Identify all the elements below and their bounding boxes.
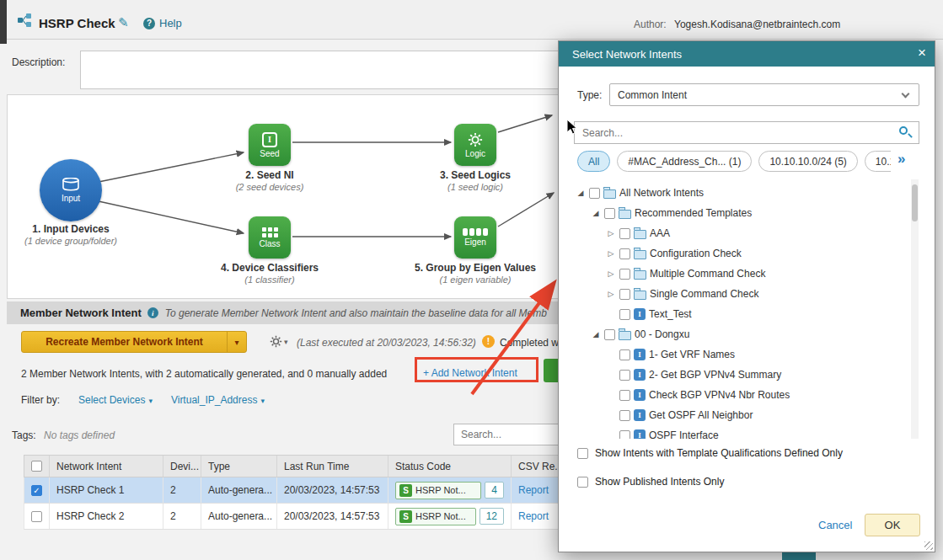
network-intents-tree: ◢ All Network Intents ◢ Recommended Temp… <box>571 179 924 439</box>
virtual-ip-address-dropdown[interactable]: Virtual_IP_Address▾ <box>171 394 265 406</box>
status-green-button-partial[interactable] <box>544 359 558 382</box>
tree-item-folder[interactable]: ◢ Recommended Templates <box>571 203 752 223</box>
cancel-button[interactable]: Cancel <box>818 519 852 531</box>
intent-icon: I <box>634 409 646 421</box>
tree-item-leaf[interactable]: I Check BGP VPNv4 Nbr Routes <box>571 385 790 405</box>
recreate-member-network-intent-button[interactable]: Recreate Member Network Intent ▾ <box>21 331 247 353</box>
col-devices[interactable]: Devi... <box>163 456 201 477</box>
info-icon[interactable]: i <box>147 307 158 318</box>
tree-item-folder[interactable]: ◢ All Network Intents <box>571 183 704 203</box>
expander-icon[interactable]: ◢ <box>576 189 586 197</box>
seed-logics-node[interactable]: Logic <box>454 124 496 166</box>
intent-type-select[interactable]: Common Intent <box>609 83 919 106</box>
select-devices-dropdown[interactable]: Select Devices▾ <box>78 394 153 406</box>
add-network-intent-link[interactable]: + Add Network Intent <box>423 367 517 379</box>
device-classifiers-node[interactable]: Class <box>249 216 291 259</box>
intent-icon: I <box>634 369 646 381</box>
tree-checkbox[interactable] <box>619 430 630 440</box>
pill-truncated[interactable]: 10.1 <box>865 151 891 172</box>
pill-mac-address[interactable]: #MAC_Address_Ch... (1) <box>617 151 752 172</box>
expander-icon[interactable]: ▷ <box>606 249 616 258</box>
tree-checkbox[interactable] <box>619 370 630 381</box>
tree-item-leaf[interactable]: I Get OSPF All Neighbor <box>571 405 753 425</box>
left-edge-scrollbar-strip[interactable] <box>0 0 7 44</box>
col-type[interactable]: Type <box>201 456 277 477</box>
tree-item-leaf[interactable]: I 2- Get BGP VPNv4 Summary <box>571 365 781 385</box>
tree-checkbox[interactable] <box>619 309 630 320</box>
tree-item-leaf[interactable]: I 1- Get VRF Names <box>571 344 735 365</box>
chevron-down-icon[interactable]: ▾ <box>228 338 246 347</box>
input-devices-node[interactable]: Input <box>40 159 102 221</box>
pills-overflow-chevron-icon[interactable]: » <box>897 151 905 168</box>
tree-item-folder[interactable]: ◢ 00 - Dongxu <box>571 324 689 344</box>
edit-title-icon[interactable]: ✎ <box>118 15 129 30</box>
member-intents-summary: 2 Member Network Intents, with 2 automat… <box>21 368 387 380</box>
report-link[interactable]: Report <box>518 510 549 522</box>
select-all-checkbox[interactable] <box>31 461 42 472</box>
tree-item-folder[interactable]: ▷ AAA <box>571 223 670 243</box>
resize-grip[interactable] <box>924 541 933 550</box>
report-link[interactable]: Report <box>518 484 549 496</box>
folder-icon <box>619 331 631 340</box>
tree-checkbox[interactable] <box>619 410 630 421</box>
tree-item-folder[interactable]: ▷ Multiple Command Check <box>571 264 765 284</box>
status-badge[interactable]: S HSRP Not... <box>395 482 481 499</box>
intent-icon: I <box>634 389 646 401</box>
eigen-values-node[interactable]: Eigen <box>454 216 496 259</box>
row-checkbox[interactable]: ✓ <box>31 485 42 496</box>
expander-icon[interactable]: ◢ <box>591 330 601 339</box>
node-title: 3. Seed Logics <box>408 169 543 181</box>
status-badge[interactable]: S HSRP Not... <box>395 508 476 525</box>
help-link[interactable]: ? Help <box>143 17 182 29</box>
tree-item-folder[interactable]: ▷ Configuration Check <box>571 243 742 264</box>
expander-icon[interactable]: ▷ <box>606 290 616 298</box>
template-qualifications-checkbox[interactable]: Show Intents with Template Qualification… <box>577 447 843 459</box>
cell-last-run: 20/03/2023, 14:57:53 <box>277 477 388 503</box>
tree-item-leaf[interactable]: I Text_Test <box>571 304 692 324</box>
cell-last-run: 20/03/2023, 14:57:53 <box>277 504 388 529</box>
expander-icon[interactable]: ▷ <box>606 229 616 237</box>
col-last-run-time[interactable]: Last Run Time <box>277 456 388 477</box>
folder-icon <box>634 270 646 280</box>
seed-icon: I <box>262 132 277 147</box>
search-icon[interactable] <box>899 126 908 135</box>
status-count[interactable]: 12 <box>480 508 504 525</box>
intent-search-input[interactable] <box>574 121 919 144</box>
tree-scrollbar-thumb[interactable] <box>912 184 918 221</box>
col-status-code[interactable]: Status Code <box>388 456 512 477</box>
tree-checkbox[interactable] <box>604 208 615 219</box>
row-checkbox[interactable] <box>31 511 42 522</box>
pill-subnet[interactable]: 10.10.10.0/24 (5) <box>758 151 857 172</box>
tree-checkbox[interactable] <box>619 248 630 259</box>
settings-gear-dropdown[interactable]: ▾ <box>270 335 288 348</box>
published-intents-checkbox[interactable]: Show Published Intents Only <box>577 476 724 488</box>
ok-button[interactable]: OK <box>865 514 920 536</box>
pill-all[interactable]: All <box>577 151 610 172</box>
close-icon[interactable]: × <box>918 45 926 61</box>
tree-item-folder[interactable]: ▷ Single Command Check <box>571 284 758 304</box>
dialog-header[interactable]: Select Network Intents × <box>559 41 935 67</box>
tree-item-label: Check BGP VPNv4 Nbr Routes <box>649 389 790 401</box>
status-count[interactable]: 4 <box>485 482 504 499</box>
folder-icon <box>603 189 616 199</box>
tree-scrollbar[interactable] <box>911 179 919 439</box>
tree-checkbox[interactable] <box>619 289 630 300</box>
seed-ni-node[interactable]: I Seed <box>249 124 291 166</box>
top-header-bar: HSRP Check ✎ ? Help Author: Yogesh.Kodis… <box>0 0 943 40</box>
member-section-title: Member Network Intent <box>20 307 142 319</box>
col-network-intent[interactable]: Network Intent <box>50 456 163 477</box>
checkbox[interactable] <box>577 448 588 459</box>
tree-checkbox[interactable] <box>619 228 630 239</box>
folder-icon <box>634 250 646 259</box>
tree-checkbox[interactable] <box>619 269 630 280</box>
tree-item-leaf[interactable]: I OSPF Interface <box>571 425 719 439</box>
expander-icon[interactable]: ▷ <box>606 269 616 278</box>
tree-checkbox[interactable] <box>589 188 600 199</box>
tree-checkbox[interactable] <box>619 349 630 360</box>
checkbox[interactable] <box>577 477 588 488</box>
tree-checkbox[interactable] <box>604 329 615 340</box>
node-subtitle: (1 seed logic) <box>408 182 543 192</box>
node-subtitle: (1 device group/folder) <box>3 236 138 246</box>
tree-checkbox[interactable] <box>619 390 630 401</box>
expander-icon[interactable]: ◢ <box>591 209 601 217</box>
